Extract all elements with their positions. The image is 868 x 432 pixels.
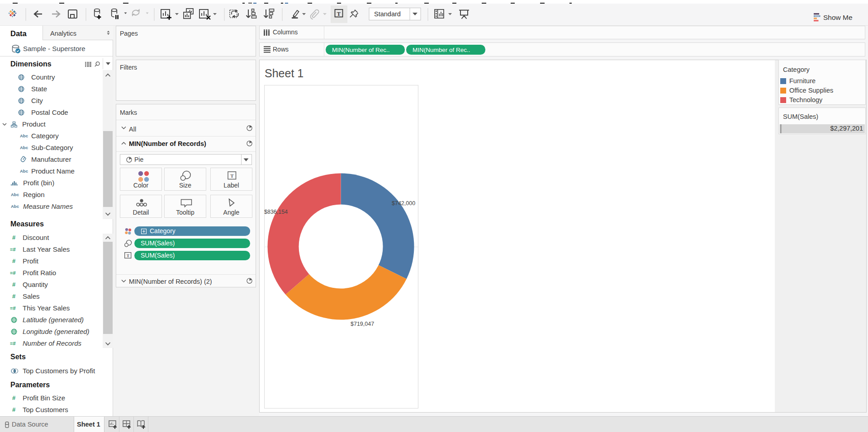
svg-text:T: T bbox=[127, 254, 129, 258]
svg-text:Standard: Standard bbox=[374, 10, 401, 18]
svg-text:Show Me: Show Me bbox=[823, 14, 853, 21]
svg-text:T: T bbox=[337, 11, 341, 17]
svg-text:T: T bbox=[230, 173, 234, 178]
